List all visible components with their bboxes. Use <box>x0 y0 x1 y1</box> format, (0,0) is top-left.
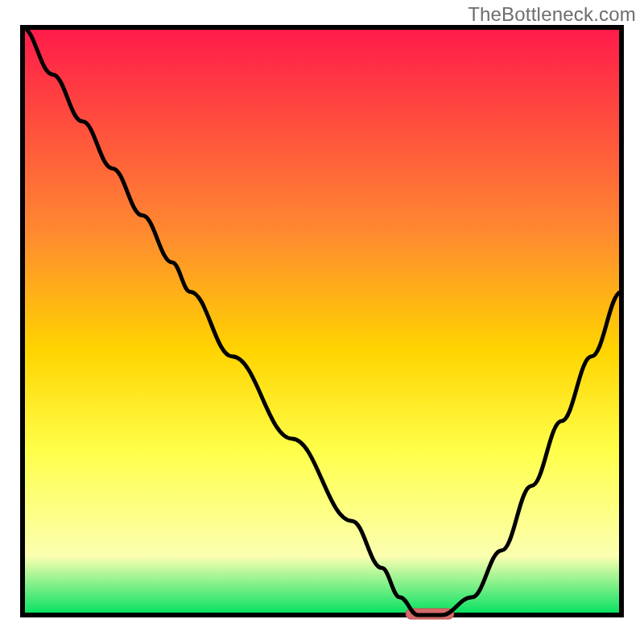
plot-area <box>23 27 621 615</box>
chart-container: TheBottleneck.com <box>0 0 644 644</box>
bottleneck-chart <box>0 0 644 644</box>
watermark-text: TheBottleneck.com <box>468 3 636 26</box>
heatmap-background <box>23 27 621 615</box>
